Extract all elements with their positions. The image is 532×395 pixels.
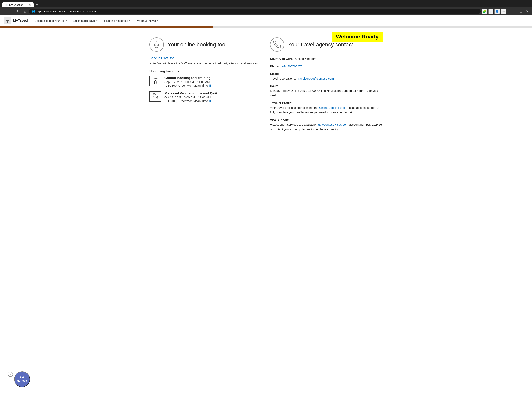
logo-icon xyxy=(4,17,11,24)
extensions-button[interactable]: 🧩 xyxy=(482,9,487,14)
visa-link[interactable]: http://contoso.visas.com xyxy=(317,123,348,126)
browser-chrome: 📄 My Vacation ✕ + xyxy=(0,0,532,7)
booking-title: Your online booking tool xyxy=(168,41,226,48)
booking-column: Your online booking tool Concur Travel t… xyxy=(150,38,262,135)
nav-item-sustainable[interactable]: Sustainable travel ▾ xyxy=(73,18,98,23)
nav-label-planning: Planning resources xyxy=(104,19,128,22)
agency-email-link[interactable]: travelbureau@contoso.com xyxy=(298,77,334,80)
profiles-button[interactable]: 👤 xyxy=(494,9,500,14)
add-to-calendar-icon-2[interactable]: ⊞ xyxy=(209,99,212,103)
nav-label-sustainable: Sustainable travel xyxy=(73,19,95,22)
training-1-month: SEP xyxy=(151,77,159,80)
browser-action-buttons: 🧩 ☆ 👤 ··· — □ ✕ xyxy=(482,9,530,14)
training-2-date-box: OCT 13 xyxy=(150,91,161,102)
home-button[interactable]: ⌂ xyxy=(22,9,28,14)
site-logo-text: MyTravel xyxy=(13,19,28,23)
training-2-timezone: (UTC±00) Greenwich Mean Time ⊞ xyxy=(164,99,262,103)
training-1-datetime: Sep 8, 2021 10:00 AM – 11:00 AM xyxy=(164,80,262,84)
training-item-2: OCT 13 MyTravel Program Intro and Q&A Oc… xyxy=(150,91,262,103)
add-to-calendar-icon-1[interactable]: ⊞ xyxy=(209,84,212,88)
site-logo[interactable]: MyTravel xyxy=(4,17,28,24)
menu-button[interactable]: ··· xyxy=(501,9,506,14)
tab-title: My Vacation xyxy=(9,3,23,6)
chevron-down-icon: ▾ xyxy=(157,19,158,22)
content-grid: Your online booking tool Concur Travel t… xyxy=(150,38,382,135)
minimize-button[interactable]: — xyxy=(512,9,517,14)
nav-item-before-during[interactable]: Before & during your trip ▾ xyxy=(34,18,67,23)
tab-favicon: 📄 xyxy=(5,4,8,6)
new-tab-button[interactable]: + xyxy=(34,2,40,7)
training-item-1: SEP 8 Concur booking tool training Sep 8… xyxy=(150,76,262,88)
training-2-info: MyTravel Program Intro and Q&A Oct 13, 2… xyxy=(164,91,262,103)
agency-visa-support: Visa Support: Visa support services are … xyxy=(270,118,382,132)
address-bar[interactable]: 🌐 https://myvacation.contoso.com/secured… xyxy=(29,9,481,14)
window-close-button[interactable]: ✕ xyxy=(525,9,530,14)
chevron-down-icon: ▾ xyxy=(96,19,98,22)
agency-phone-link[interactable]: +44 203788373 xyxy=(282,65,302,68)
training-1-date-box: SEP 8 xyxy=(150,76,161,86)
agency-country: Country of work: United Kingdom xyxy=(270,56,382,61)
training-2-day: 13 xyxy=(151,95,159,101)
agency-phone: Phone: +44 203788373 xyxy=(270,64,382,69)
training-2-month: OCT xyxy=(151,93,159,95)
nav-label-news: MyTravel News xyxy=(137,19,156,22)
training-2-datetime: Oct 13, 2021 10:00 AM – 11:00 AM xyxy=(164,96,262,99)
nav-label-before-during: Before & during your trip xyxy=(34,19,65,22)
phone-icon xyxy=(270,38,284,52)
back-button[interactable]: ← xyxy=(2,9,7,14)
welcome-badge: Welcome Roady xyxy=(332,32,382,42)
browser-tab-active[interactable]: 📄 My Vacation ✕ xyxy=(2,2,34,7)
agency-title: Your travel agency contact xyxy=(288,41,353,48)
booking-note: Note: You will leave the MyTravel site a… xyxy=(150,61,262,66)
airplane-icon xyxy=(150,38,164,52)
training-1-day: 8 xyxy=(151,80,159,85)
training-1-timezone: (UTC±00) Greenwich Mean Time ⊞ xyxy=(164,84,262,88)
browser-tabs: 📄 My Vacation ✕ + xyxy=(2,2,530,7)
site-navigation: MyTravel Before & during your trip ▾ Sus… xyxy=(0,15,532,27)
nav-item-planning[interactable]: Planning resources ▾ xyxy=(104,18,130,23)
chevron-down-icon: ▾ xyxy=(129,19,130,22)
tab-close-button[interactable]: ✕ xyxy=(29,4,31,6)
concur-travel-link[interactable]: Concur Travel tool xyxy=(150,56,175,60)
online-booking-tool-link[interactable]: Online Booking tool xyxy=(319,106,345,109)
svg-rect-0 xyxy=(7,21,8,22)
upcoming-trainings-label: Upcoming trainings: xyxy=(150,70,262,73)
training-2-name: MyTravel Program Intro and Q&A xyxy=(164,91,262,95)
browser-toolbar: ← → ↻ ⌂ 🌐 https://myvacation.contoso.com… xyxy=(0,7,532,15)
favorites-button[interactable]: ☆ xyxy=(488,9,494,14)
agency-hours: Hours: Monday-Friday Offline 08:00-18:00… xyxy=(270,84,382,98)
globe-icon: 🌐 xyxy=(32,10,35,13)
nav-item-news[interactable]: MyTravel News ▾ xyxy=(136,18,158,23)
main-content: Welcome Roady Your online booking tool C… xyxy=(138,28,394,141)
chevron-down-icon: ▾ xyxy=(66,19,67,22)
agency-email: Email: Travel reservations: travelbureau… xyxy=(270,71,382,81)
training-1-name: Concur booking tool training xyxy=(164,76,262,80)
training-1-info: Concur booking tool training Sep 8, 2021… xyxy=(164,76,262,88)
forward-button[interactable]: → xyxy=(9,9,14,14)
maximize-button[interactable]: □ xyxy=(518,9,524,14)
url-text: https://myvacation.contoso.com/secured/d… xyxy=(37,10,96,13)
booking-section-header: Your online booking tool xyxy=(150,38,262,52)
agency-column: Your travel agency contact Country of wo… xyxy=(270,38,382,135)
agency-traveler-profile: Traveler Profile: Your travel profile is… xyxy=(270,101,382,115)
refresh-button[interactable]: ↻ xyxy=(15,9,21,14)
